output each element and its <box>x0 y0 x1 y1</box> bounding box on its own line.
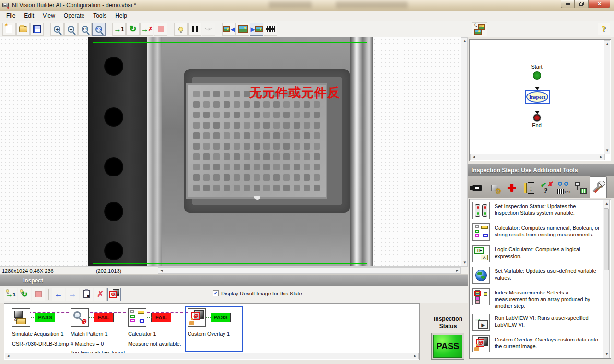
diagram-arrowhead <box>535 111 540 114</box>
scroll-down-arrow[interactable] <box>605 352 609 356</box>
scroll-left-arrow[interactable] <box>160 269 164 273</box>
step-custom-overlay[interactable]: ⊕ PASS Custom Overlay 1 <box>188 308 244 327</box>
background-window-blur <box>269 1 312 8</box>
inspect-state-node[interactable]: Inspect <box>525 90 550 104</box>
save-inspection-button[interactable] <box>30 23 44 36</box>
toolbar-separator <box>109 23 109 35</box>
roi-rectangle[interactable] <box>93 42 367 264</box>
tab-enhance-images[interactable]: ⚙ <box>486 178 503 198</box>
zoom-in-button[interactable]: + <box>50 23 64 36</box>
step-calculator[interactable]: → FAIL Calculator 1 Measure not availabl… <box>128 308 185 327</box>
menu-tools[interactable]: Tools <box>89 11 111 21</box>
close-button[interactable]: ✕ <box>589 0 610 8</box>
tool-set-inspection-status[interactable]: Set Inspection Status: Updates the Inspe… <box>472 202 601 219</box>
step-detail: Measure not available. <box>128 341 181 347</box>
tool-logic-calculator[interactable]: TF Λ Logic Calculator: Computes a logica… <box>472 245 601 262</box>
step-over-button[interactable]: ↪▫ <box>202 23 215 36</box>
scroll-down-arrow[interactable] <box>463 261 467 265</box>
state-run-once-button[interactable]: →1 <box>4 288 17 301</box>
steps-horizontal-scrollbar[interactable] <box>5 353 419 359</box>
tab-check-presence[interactable]: ✔✘? <box>538 178 555 198</box>
pause-button[interactable] <box>188 23 201 36</box>
toolbar-separator <box>219 23 219 35</box>
tab-locate-features[interactable]: ✚ <box>503 178 520 198</box>
scroll-right-arrow[interactable] <box>413 354 417 358</box>
scroll-up-arrow[interactable] <box>463 39 467 43</box>
state-diagram-panel[interactable]: Start Inspect End <box>469 39 611 161</box>
stop-icon <box>158 26 164 32</box>
delete-step-button[interactable]: ✗ <box>94 288 107 301</box>
calculator-icon: → <box>472 223 490 241</box>
menu-file[interactable]: File <box>2 11 20 21</box>
start-node[interactable] <box>533 71 541 80</box>
run-once-button[interactable]: →1 <box>112 23 126 36</box>
run-until-fail-button[interactable]: →✗ <box>140 23 154 36</box>
play-sequence-button[interactable] <box>264 23 277 36</box>
tab-acquire-images[interactable] <box>469 178 486 198</box>
camera-icon <box>472 185 482 191</box>
tab-measure-features[interactable]: ↕ <box>520 178 538 198</box>
tab-communicate[interactable] <box>572 178 590 198</box>
image-horizontal-scrollbar[interactable] <box>158 267 461 274</box>
main-toolbar: ✶ + − 1:1 ⇱⇲ →1 ↻ →✗ ↪▫ ◀ ▶ ⤹ ? <box>0 21 614 37</box>
tool-set-variable[interactable]: Set Variable: Updates user-defined varia… <box>472 267 601 284</box>
tab-identify-parts[interactable]: 123 <box>555 178 572 198</box>
tool-calculator[interactable]: → Calculator: Computes numerical, Boolea… <box>472 223 601 241</box>
inspect-state-ellipse: Inspect <box>526 91 548 103</box>
new-inspection-button[interactable]: ✶ <box>2 23 16 36</box>
zoom-out-button[interactable]: − <box>64 23 78 36</box>
tool-run-labview-vi[interactable]: →▶ Run LabVIEW VI: Runs a user-specified… <box>472 314 601 331</box>
state-stop-button[interactable] <box>32 288 45 301</box>
zoom-in-icon: + <box>54 26 60 33</box>
tab-use-additional-tools[interactable] <box>590 176 607 198</box>
step-match-pattern[interactable]: ⊕ FAIL Match Pattern 1 # Matches = 0 Too… <box>71 308 127 327</box>
switch-view-button[interactable]: ⤹ <box>472 22 487 36</box>
browse-images-button[interactable] <box>236 23 249 36</box>
scroll-up-arrow[interactable] <box>605 202 609 206</box>
swap-arrows-icon: ⤹ <box>474 23 477 28</box>
scroll-down-arrow[interactable] <box>605 149 609 153</box>
zoom-1-1-button[interactable]: 1:1 <box>78 23 92 36</box>
tool-index-measurements[interactable]: → Index Measurements: Selects a measurem… <box>472 288 601 309</box>
image-viewport[interactable]: 无元件或元件反 <box>0 37 461 267</box>
previous-image-button[interactable]: ◀ <box>222 23 236 36</box>
scroll-left-arrow[interactable] <box>6 354 10 358</box>
tool-list-scrollbar[interactable] <box>603 200 610 358</box>
scrollbar-thumb[interactable] <box>604 208 609 270</box>
restore-button[interactable] <box>575 0 589 8</box>
save-icon <box>33 25 41 33</box>
scroll-up-arrow[interactable] <box>605 42 609 46</box>
scroll-left-arrow[interactable] <box>472 155 476 159</box>
step-name: Custom Overlay 1 <box>188 331 230 337</box>
checkbox-checked-icon[interactable]: ✓ <box>213 290 219 296</box>
next-image-button[interactable]: ▶ <box>250 23 263 36</box>
run-loop-button[interactable]: ↻ <box>126 23 140 36</box>
stop-button[interactable] <box>154 23 167 36</box>
scroll-right-arrow[interactable] <box>455 269 459 273</box>
diagram-horizontal-scrollbar[interactable] <box>470 154 605 160</box>
tool-custom-overlay[interactable]: ⊕ Custom Overlay: Overlays custom data o… <box>472 335 601 352</box>
step-simulate-acquisition[interactable]: ↻ PASS Simulate Acquisition 1 CSR-7030-D… <box>12 308 69 327</box>
scroll-right-arrow[interactable] <box>599 155 603 159</box>
zoom-fit-button[interactable]: ⇱⇲ <box>92 23 106 36</box>
help-button[interactable]: ? <box>598 23 610 35</box>
current-step-type-button[interactable]: ⊕ <box>107 288 121 301</box>
open-inspection-button[interactable] <box>16 23 30 36</box>
menu-view[interactable]: View <box>38 11 59 21</box>
menu-edit[interactable]: Edit <box>20 11 38 21</box>
next-step-button[interactable]: → <box>66 288 79 301</box>
previous-step-button[interactable]: ← <box>52 288 65 301</box>
diagram-vertical-scrollbar[interactable] <box>604 40 610 154</box>
close-icon: ✕ <box>597 1 602 7</box>
inspection-status-value: PASS <box>433 335 462 358</box>
image-vertical-scrollbar[interactable] <box>461 37 468 267</box>
menu-operate[interactable]: Operate <box>59 11 89 21</box>
edit-step-button[interactable]: ☛ <box>80 288 93 301</box>
fail-x-icon: ✗ <box>148 26 153 32</box>
display-result-option[interactable]: ✓ Display Result Image for this State <box>213 290 302 296</box>
minimize-button[interactable] <box>561 0 575 8</box>
menu-help[interactable]: Help <box>111 11 131 21</box>
highlight-execution-button[interactable] <box>174 23 188 36</box>
state-run-loop-button[interactable]: ↻ <box>18 288 31 301</box>
end-node[interactable] <box>533 114 541 121</box>
